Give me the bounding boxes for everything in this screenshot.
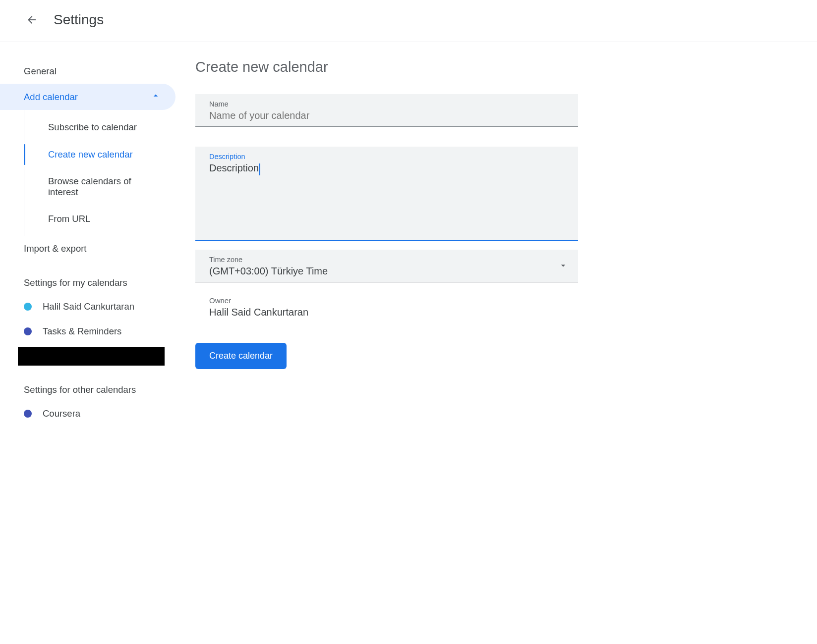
- sidebar-item-label: Coursera: [43, 408, 80, 419]
- timezone-value: (GMT+03:00) Türkiye Time: [209, 266, 558, 277]
- add-calendar-submenu: Subscribe to calendar Create new calenda…: [24, 110, 175, 236]
- sidebar-item-import-export[interactable]: Import & export: [0, 236, 175, 261]
- calendar-color-dot: [24, 327, 32, 335]
- sidebar-item-label: Create new calendar: [48, 149, 133, 160]
- page-title: Settings: [54, 12, 104, 28]
- sidebar: General Add calendar Subscribe to calend…: [0, 59, 183, 426]
- sidebar-calendar-item[interactable]: Halil Said Cankurtaran: [0, 294, 175, 319]
- dropdown-icon: [558, 261, 568, 272]
- sidebar-item-label: Halil Said Cankurtaran: [43, 301, 134, 312]
- text-caret: [259, 163, 260, 175]
- owner-block: Owner Halil Said Cankurtaran: [195, 294, 578, 318]
- timezone-label: Time zone: [209, 256, 558, 264]
- content: General Add calendar Subscribe to calend…: [0, 42, 817, 426]
- calendar-color-dot: [24, 303, 32, 311]
- sidebar-item-label: General: [24, 66, 57, 77]
- sidebar-item-label: Add calendar: [24, 92, 78, 103]
- button-label: Create calendar: [209, 351, 273, 361]
- sidebar-subitem-create-new[interactable]: Create new calendar: [24, 141, 175, 168]
- timezone-select[interactable]: Time zone (GMT+03:00) Türkiye Time: [195, 250, 578, 282]
- sidebar-item-add-calendar[interactable]: Add calendar: [0, 84, 175, 110]
- arrow-left-icon: [26, 14, 38, 26]
- header: Settings: [0, 0, 817, 42]
- description-field[interactable]: Description Description: [195, 147, 578, 241]
- sidebar-item-label: From URL: [48, 214, 90, 224]
- main-title: Create new calendar: [195, 59, 578, 75]
- owner-label: Owner: [209, 296, 578, 305]
- name-field[interactable]: Name: [195, 94, 578, 127]
- sidebar-item-general[interactable]: General: [0, 59, 175, 84]
- other-calendars-header: Settings for other calendars: [0, 369, 175, 401]
- main-panel: Create new calendar Name Description Des…: [183, 59, 590, 426]
- sidebar-item-label: Import & export: [24, 243, 86, 254]
- description-label: Description: [209, 153, 568, 161]
- create-calendar-button[interactable]: Create calendar: [195, 343, 287, 369]
- name-label: Name: [209, 100, 568, 108]
- my-calendars-header: Settings for my calendars: [0, 262, 175, 294]
- redacted-block: [18, 347, 165, 366]
- sidebar-item-label: Subscribe to calendar: [48, 122, 137, 132]
- sidebar-calendar-item[interactable]: Tasks & Reminders: [0, 319, 175, 344]
- calendar-color-dot: [24, 410, 32, 418]
- sidebar-item-label: Browse calendars of interest: [48, 176, 131, 197]
- owner-value: Halil Said Cankurtaran: [209, 307, 578, 318]
- sidebar-subitem-browse[interactable]: Browse calendars of interest: [24, 168, 175, 206]
- sidebar-subitem-from-url[interactable]: From URL: [24, 206, 175, 232]
- sidebar-calendar-item[interactable]: Coursera: [0, 401, 175, 426]
- sidebar-subitem-subscribe[interactable]: Subscribe to calendar: [24, 114, 175, 141]
- chevron-up-icon: [151, 91, 161, 103]
- description-input[interactable]: Description: [209, 162, 259, 173]
- name-input[interactable]: [209, 110, 568, 121]
- sidebar-item-label: Tasks & Reminders: [43, 326, 121, 337]
- back-button[interactable]: [22, 10, 42, 30]
